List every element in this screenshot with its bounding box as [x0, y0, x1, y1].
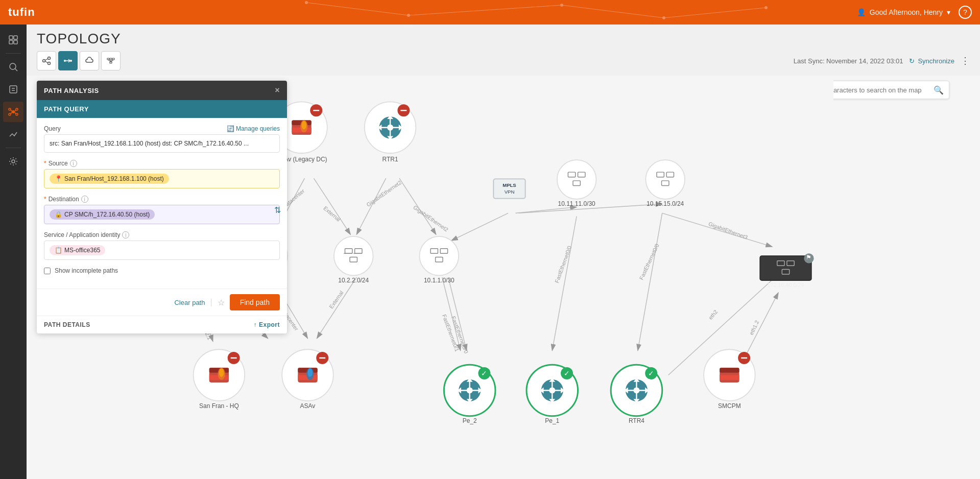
- panel-body: Query 🔄 Manage queries * Source i: [37, 118, 287, 289]
- svg-line-1: [409, 5, 562, 15]
- node-net-1015[interactable]: [646, 160, 685, 199]
- subnet-view-tab[interactable]: [101, 51, 121, 70]
- query-input[interactable]: [44, 134, 280, 153]
- svg-rect-11: [9, 40, 13, 44]
- favorite-button[interactable]: ☆: [218, 298, 225, 307]
- manage-queries-link[interactable]: 🔄 Manage queries: [227, 125, 280, 132]
- export-button[interactable]: ↑ Export: [253, 321, 280, 328]
- clear-path-button[interactable]: Clear path: [174, 299, 205, 306]
- svg-point-29: [48, 57, 51, 60]
- find-path-button[interactable]: Find path: [230, 294, 280, 310]
- service-label: Service / Application identity i: [44, 231, 280, 238]
- destination-tag: 🔒 CP SMC/h_172.16.40.50 (host): [50, 209, 155, 220]
- node-pe2[interactable]: ✓: [444, 365, 495, 416]
- synchronize-button[interactable]: ↻ Synchronize: [909, 57, 954, 65]
- sidebar-item-workflow[interactable]: [3, 124, 23, 145]
- more-options-button[interactable]: ⋮: [961, 55, 970, 66]
- svg-point-34: [70, 60, 72, 62]
- dest-info-icon[interactable]: i: [81, 196, 88, 203]
- svg-point-177: [467, 387, 473, 393]
- map-container[interactable]: 🔍 ethernet1/2.1 ethernet1/1.1 Dat: [27, 76, 980, 479]
- source-info-icon[interactable]: i: [70, 160, 77, 167]
- export-icon: ↑: [253, 321, 257, 328]
- cloud-view-tab[interactable]: [80, 51, 99, 70]
- source-tag: 📍 San Fran/Host_192.168.1.100 (host): [50, 174, 169, 184]
- svg-point-8: [764, 6, 768, 9]
- svg-rect-12: [14, 40, 17, 44]
- svg-rect-211: [720, 368, 739, 373]
- node-asav[interactable]: [282, 349, 333, 401]
- sidebar-item-topology[interactable]: [3, 102, 23, 122]
- svg-rect-41: [110, 62, 112, 63]
- sidebar-item-settings[interactable]: [3, 151, 23, 172]
- service-value: MS-office365: [64, 247, 100, 254]
- location-icon: 📍: [55, 175, 62, 182]
- svg-point-137: [420, 236, 459, 276]
- service-row: Service / Application identity i 📋 MS-of…: [44, 231, 280, 260]
- main-content: TOPOLOGY Last Sync: November 14, 2022 03…: [27, 25, 980, 479]
- node-net-101[interactable]: [420, 236, 459, 276]
- svg-text:RTR4: RTR4: [629, 417, 644, 424]
- source-label: * Source i: [44, 160, 280, 167]
- node-net-17216[interactable]: ⚑: [760, 253, 814, 280]
- svg-text:10.2.2.0/24: 10.2.2.0/24: [338, 277, 369, 284]
- svg-point-30: [48, 62, 51, 65]
- svg-point-5: [407, 14, 410, 17]
- svg-rect-212: [720, 375, 739, 380]
- sync-label: Synchronize: [918, 57, 954, 65]
- svg-point-145: [557, 160, 596, 199]
- incomplete-paths-checkbox[interactable]: [44, 268, 51, 274]
- panel-header: PATH ANALYSIS ×: [37, 81, 287, 100]
- svg-line-3: [664, 8, 766, 18]
- svg-rect-216: [760, 256, 811, 280]
- node-net-102[interactable]: [334, 236, 373, 276]
- svg-rect-10: [14, 36, 17, 39]
- destination-field[interactable]: 🔒 CP SMC/h_172.16.40.50 (host): [44, 205, 280, 224]
- node-smcpm[interactable]: [704, 349, 755, 401]
- svg-text:MPLS: MPLS: [503, 182, 516, 188]
- sidebar-item-dashboard[interactable]: [3, 30, 23, 50]
- node-pe1[interactable]: ✓: [527, 365, 578, 416]
- graph-view-tab[interactable]: [37, 51, 56, 70]
- svg-text:✓: ✓: [648, 369, 654, 377]
- help-button[interactable]: ?: [959, 6, 972, 19]
- path-analysis-panel: PATH ANALYSIS × PATH QUERY Query 🔄 Manag…: [37, 81, 287, 333]
- service-tag: 📋 MS-office365: [50, 245, 105, 255]
- sidebar-item-search[interactable]: [3, 57, 23, 77]
- svg-rect-39: [110, 58, 112, 60]
- svg-line-14: [15, 69, 18, 71]
- greeting-text: Good Afternoon, Henry: [870, 8, 943, 16]
- svg-line-25: [11, 112, 12, 114]
- svg-text:Pe_2: Pe_2: [463, 417, 477, 424]
- toolbar-right: Last Sync: November 14, 2022 03:01 ↻ Syn…: [794, 55, 970, 66]
- node-rtr4[interactable]: ✓: [611, 365, 662, 416]
- swap-button[interactable]: ⇅: [274, 205, 281, 215]
- svg-point-189: [549, 387, 555, 393]
- header: tufin 👤 Good Afternoon, Henry ▾ ?: [0, 0, 980, 25]
- destination-label: * Destination i: [44, 196, 280, 203]
- path-analysis-tab[interactable]: [58, 51, 78, 70]
- service-info-icon[interactable]: i: [122, 231, 129, 238]
- svg-line-24: [15, 110, 16, 111]
- node-mpls[interactable]: MPLS VPN: [493, 179, 525, 198]
- svg-text:10.11.11.0/30: 10.11.11.0/30: [558, 200, 595, 207]
- svg-rect-9: [9, 36, 13, 39]
- node-rtr1[interactable]: [365, 102, 416, 153]
- user-menu[interactable]: 👤 Good Afternoon, Henry ▾: [857, 8, 950, 16]
- source-field[interactable]: 📍 San Fran/Host_192.168.1.100 (host): [44, 169, 280, 188]
- svg-point-13: [10, 63, 16, 69]
- section-title: PATH QUERY: [44, 105, 89, 113]
- panel-close-button[interactable]: ×: [275, 86, 280, 95]
- page-title: TOPOLOGY: [37, 31, 121, 47]
- destination-value: CP SMC/h_172.16.40.50 (host): [64, 211, 150, 218]
- svg-point-7: [662, 16, 665, 19]
- node-net-1011[interactable]: [557, 160, 596, 199]
- path-details-section: PATH DETAILS ↑ Export: [37, 316, 287, 333]
- user-icon: 👤: [857, 8, 866, 16]
- service-field[interactable]: 📋 MS-office365: [44, 241, 280, 260]
- sidebar-item-policy[interactable]: [3, 79, 23, 100]
- dropdown-icon: ▾: [947, 8, 950, 16]
- sidebar-divider: [6, 53, 21, 54]
- node-sanfran-hq[interactable]: [194, 349, 245, 401]
- svg-point-160: [219, 368, 224, 377]
